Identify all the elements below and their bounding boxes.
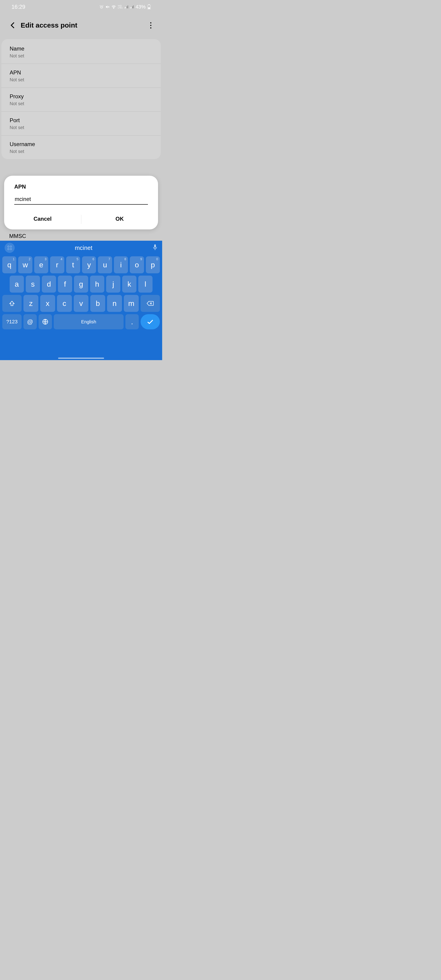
svg-rect-7 [131,7,132,8]
cancel-button[interactable]: Cancel [4,212,81,224]
key-c[interactable]: c [57,295,72,312]
key-alt-number: 8 [124,257,126,261]
key-p[interactable]: p0 [146,256,160,273]
key-k[interactable]: k [122,275,137,293]
setting-item-proxy[interactable]: Proxy Not set [2,88,161,111]
navigation-handle[interactable] [58,358,104,359]
settings-list: Name Not set APN Not set Proxy Not set P… [2,39,161,159]
keyboard-row-1: q1w2e3r4t5y6u7i8o9p0 [2,256,160,273]
setting-label: APN [10,69,153,76]
key-g[interactable]: g [74,275,88,293]
key-i[interactable]: i8 [114,256,128,273]
enter-key[interactable] [140,314,160,329]
setting-item-port[interactable]: Port Not set [2,111,161,135]
keyboard-mic-button[interactable] [153,244,158,251]
setting-label: Proxy [10,93,153,100]
setting-value: Not set [10,53,153,59]
apn-input[interactable] [14,195,148,205]
svg-rect-4 [127,6,127,8]
setting-item-name[interactable]: Name Not set [2,40,161,64]
setting-item-mmsc-label: MMSC [9,233,26,239]
key-z[interactable]: z [24,295,38,312]
key-alt-number: 5 [76,257,78,261]
more-options-button[interactable] [146,21,155,30]
key-alt-number: 2 [29,257,30,261]
chevron-left-icon [11,22,15,29]
apps-grid-icon [8,246,12,250]
keyboard-row-3: zxcvbnm [2,295,160,312]
svg-rect-2 [124,8,125,8]
key-w[interactable]: w2 [18,256,32,273]
backspace-icon [146,301,154,306]
on-screen-keyboard: mcinet q1w2e3r4t5y6u7i8o9p0 asdfghjkl zx… [0,241,162,360]
key-alt-number: 1 [13,257,15,261]
key-a[interactable]: a [10,275,24,293]
key-n[interactable]: n [107,295,122,312]
setting-item-apn[interactable]: APN Not set [2,64,161,88]
space-key[interactable]: English [54,314,124,329]
key-alt-number: 3 [45,257,46,261]
setting-label: Port [10,117,153,124]
alarm-icon [99,5,103,9]
key-d[interactable]: d [42,275,56,293]
key-l[interactable]: l [138,275,153,293]
key-h[interactable]: h [90,275,104,293]
key-r[interactable]: r4 [50,256,64,273]
key-alt-number: 9 [140,257,142,261]
status-bar: 16:29 Vo))LTE1 43% [0,0,162,14]
key-t[interactable]: t5 [66,256,80,273]
svg-rect-6 [130,8,131,8]
key-q[interactable]: q1 [2,256,16,273]
keyboard-suggestion[interactable]: mcinet [75,244,92,251]
setting-label: Username [10,141,153,148]
key-alt-number: 6 [92,257,94,261]
key-alt-number: 0 [156,257,158,261]
backspace-key[interactable] [140,295,160,312]
setting-value: Not set [10,125,153,130]
status-time: 16:29 [11,4,25,10]
key-alt-number: 7 [108,257,110,261]
setting-value: Not set [10,149,153,154]
microphone-icon [153,244,158,250]
checkmark-icon [147,319,154,324]
key-f[interactable]: f [58,275,72,293]
volte-icon: Vo))LTE1 [118,5,123,9]
svg-rect-9 [133,5,134,8]
key-s[interactable]: s [26,275,40,293]
battery-icon [148,4,151,10]
symbols-key[interactable]: ?123 [2,314,22,329]
key-y[interactable]: y6 [82,256,96,273]
key-x[interactable]: x [40,295,55,312]
period-key[interactable]: . [126,314,139,329]
battery-percent: 43% [135,4,146,10]
setting-item-username[interactable]: Username Not set [2,135,161,159]
svg-point-1 [113,8,114,9]
status-right: Vo))LTE1 43% [99,4,151,10]
key-o[interactable]: o9 [130,256,144,273]
apn-edit-dialog: APN Cancel OK [4,176,158,229]
at-key[interactable]: @ [24,314,37,329]
key-u[interactable]: u7 [98,256,112,273]
back-button[interactable] [9,21,16,30]
svg-rect-12 [148,7,150,9]
setting-value: Not set [10,101,153,107]
key-e[interactable]: e3 [34,256,48,273]
more-vertical-icon [150,22,151,29]
header: Edit access point [0,14,162,39]
shift-key[interactable] [2,295,22,312]
key-b[interactable]: b [90,295,105,312]
keyboard-apps-button[interactable] [5,243,15,253]
key-v[interactable]: v [74,295,89,312]
setting-value: Not set [10,77,153,83]
language-key[interactable] [38,314,52,329]
shift-icon [9,301,15,306]
svg-rect-3 [126,7,126,8]
key-alt-number: 4 [60,257,62,261]
key-m[interactable]: m [124,295,139,312]
key-j[interactable]: j [106,275,120,293]
svg-rect-13 [154,244,156,248]
ok-button[interactable]: OK [81,212,158,224]
setting-label: Name [10,46,153,52]
mute-icon [105,5,110,9]
keyboard-row-2: asdfghjkl [2,275,160,293]
